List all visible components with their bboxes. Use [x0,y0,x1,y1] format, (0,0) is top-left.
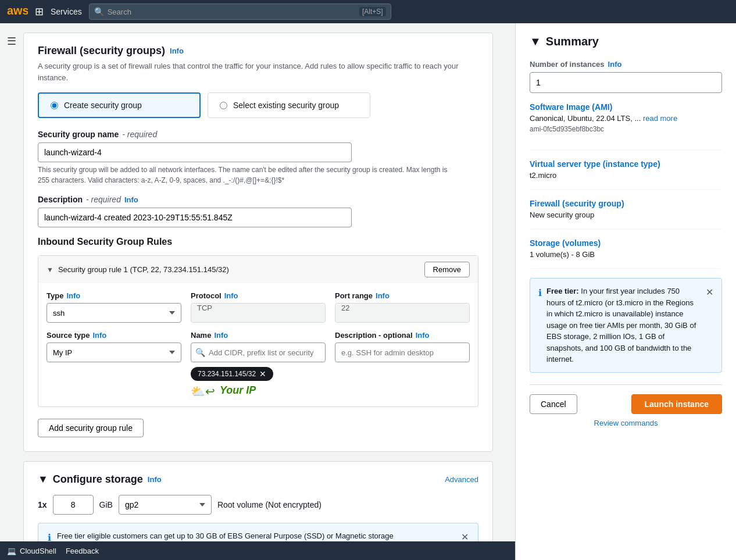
sg-desc-label: Description - required Info [38,195,478,204]
ami-label[interactable]: Software Image (AMI) [530,102,722,112]
rule-1-summary: Security group rule 1 (TCP, 22, 73.234.1… [58,265,229,274]
source-type-select[interactable]: My IP Anywhere Custom [47,343,181,362]
source-type-field: Source type Info My IP Anywhere Custom [47,331,181,398]
firewall-section: Firewall (security groups) Info A securi… [23,33,493,452]
ip-pill-close[interactable]: ✕ [259,369,266,379]
name-search-icon: 🔍 [195,348,205,357]
sg-desc-input[interactable] [38,208,352,227]
select-sg-radio[interactable] [220,102,227,109]
summary-chevron: ▼ [530,35,541,48]
rule-desc-info-link[interactable]: Info [416,331,430,340]
firewall-summary-value: New security group [530,211,722,219]
port-value: 22 [335,303,470,323]
name-cidr-input[interactable] [191,343,326,362]
ip-annotation-area: 73.234.151.145/32 ✕ ⛅↩ Your IP [191,367,326,398]
rule-1-fields-row2: Source type Info My IP Anywhere Custom [38,331,478,406]
ami-section: Software Image (AMI) Canonical, Ubuntu, … [530,102,722,150]
aws-logo: aws [7,5,28,19]
type-select[interactable]: ssh HTTP HTTPS Custom TCP [47,303,181,323]
ami-id: ami-0fc5d935ebf8bc3bc [530,125,722,133]
create-sg-radio[interactable] [51,102,58,109]
storage-title: ▼ Configure storage Info [38,473,162,486]
grid-icon[interactable]: ⊞ [35,5,44,18]
rule-1-fields-row1: Type Info ssh HTTP HTTPS Custom TCP [38,283,478,331]
free-tier-close[interactable]: ✕ [706,286,713,299]
ip-pill[interactable]: 73.234.151.145/32 ✕ [191,367,273,381]
free-tier-box: ℹ Free tier: In your first year includes… [530,278,722,373]
search-shortcut: [Alt+S] [359,7,386,16]
storage-size-input[interactable] [53,495,94,515]
sg-name-hint: This security group will be added to all… [38,165,456,186]
sg-name-input[interactable] [38,142,352,162]
cloud-shell-button[interactable]: 💻 CloudShell [7,547,56,555]
instances-input[interactable] [530,72,722,93]
volume-count: 1x [38,500,47,509]
cancel-button[interactable]: Cancel [530,394,577,414]
port-info-link[interactable]: Info [376,291,390,300]
inbound-rules-section: Inbound Security Group Rules ▼ Security … [38,237,478,437]
summary-panel: ▼ Summary Number of instances Info Softw… [515,23,736,560]
sidebar-toggle[interactable]: ☰ [0,29,23,53]
storage-summary-section: Storage (volumes) 1 volume(s) - 8 GiB [530,238,722,269]
review-commands-link[interactable]: Review commands [530,419,722,427]
search-bar[interactable]: 🔍 [Alt+S] [89,3,391,20]
free-tier-desc: Free tier: In your first year includes 7… [546,286,700,365]
remove-rule-button[interactable]: Remove [424,262,470,277]
storage-summary-label[interactable]: Storage (volumes) [530,238,722,248]
search-icon: 🔍 [94,7,104,16]
your-ip-annotation: ⛅↩ Your IP [191,384,326,398]
create-sg-option[interactable]: Create security group [38,92,201,118]
your-ip-text: Your IP [220,384,256,397]
rule-desc-field: Description - optional Info [335,331,470,398]
rule-name-field: Name Info 🔍 73.234.151.145/32 [191,331,326,398]
free-tier-info-icon: ℹ [538,286,542,300]
instance-type-label[interactable]: Virtual server type (instance type) [530,159,722,169]
instances-label: Number of instances Info [530,60,722,69]
bottom-bar: 💻 CloudShell Feedback [0,541,515,560]
rule-1-header[interactable]: ▼ Security group rule 1 (TCP, 22, 73.234… [38,256,478,283]
firewall-summary-section: Firewall (security group) New security g… [530,199,722,229]
inbound-rules-title: Inbound Security Group Rules [38,237,478,247]
add-security-group-rule-button[interactable]: Add security group rule [38,419,144,437]
top-navigation: aws ⊞ Services 🔍 [Alt+S] [0,0,736,23]
select-sg-option[interactable]: Select existing security group [208,92,370,118]
source-type-info-link[interactable]: Info [92,331,106,340]
instance-type-value: t2.micro [530,171,722,180]
hamburger-icon: ☰ [7,35,16,48]
sg-name-label: Security group name - required [38,130,478,139]
storage-free-tier-text: Free tier eligible customers can get up … [57,530,394,542]
firewall-summary-label[interactable]: Firewall (security group) [530,199,722,208]
feedback-button[interactable]: Feedback [66,547,99,555]
svg-text:aws: aws [7,5,28,17]
sg-desc-info-link[interactable]: Info [124,195,138,204]
storage-header: ▼ Configure storage Info Advanced [38,473,478,486]
storage-info-link[interactable]: Info [148,475,162,484]
storage-chevron: ▼ [38,473,48,486]
protocol-value: TCP [191,303,326,323]
firewall-info-link[interactable]: Info [170,47,184,55]
storage-type-select[interactable]: gp2 gp3 io1 st1 sc1 [119,495,212,515]
rule-desc-input[interactable] [335,343,470,362]
firewall-title: Firewall (security groups) Info [38,45,478,57]
type-info-link[interactable]: Info [66,291,80,300]
rule-name-info-link[interactable]: Info [214,331,228,340]
rule-port-field: Port range Info 22 [335,291,470,323]
ami-read-more[interactable]: read more [643,114,677,123]
search-input[interactable] [108,8,356,16]
storage-volume-row: 1x GiB gp2 gp3 io1 st1 sc1 Root volume (… [38,495,478,515]
storage-advanced-link[interactable]: Advanced [445,475,478,484]
launch-instance-button[interactable]: Launch instance [631,394,722,414]
ami-value: Canonical, Ubuntu, 22.04 LTS, ... read m… [530,114,722,123]
protocol-info-link[interactable]: Info [224,291,238,300]
summary-title: ▼ Summary [530,35,722,48]
storage-summary-value: 1 volume(s) - 8 GiB [530,250,722,259]
instances-info-link[interactable]: Info [608,60,622,69]
firewall-description: A security group is a set of firewall ru… [38,60,478,83]
storage-gib-unit: GiB [99,500,113,509]
services-link[interactable]: Services [51,7,82,16]
storage-volume-desc: Root volume (Not encrypted) [217,500,321,509]
rule-1-accordion: ▼ Security group rule 1 (TCP, 22, 73.234… [38,255,478,407]
cloud-arrow-icon: ⛅↩ [191,384,215,398]
summary-footer: Cancel Launch instance [530,384,722,414]
main-content: ☰ Firewall (security groups) Info A secu… [0,23,500,560]
